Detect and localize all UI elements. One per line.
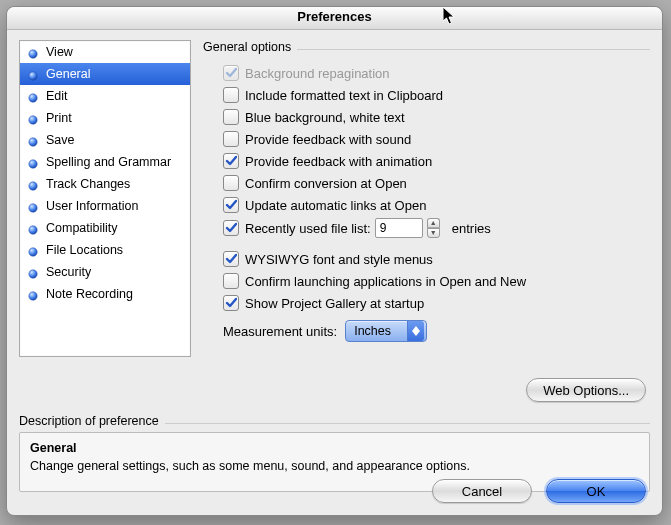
sidebar-item-label: File Locations	[46, 243, 123, 257]
section-title: General options	[203, 40, 297, 54]
sidebar-bullet-icon	[28, 289, 38, 299]
sidebar-item-note-recording[interactable]: Note Recording	[20, 283, 190, 305]
sidebar-item-edit[interactable]: Edit	[20, 85, 190, 107]
sidebar-item-print[interactable]: Print	[20, 107, 190, 129]
option-label: Include formatted text in Clipboard	[245, 88, 443, 103]
measurement-units-value: Inches	[354, 324, 391, 338]
web-options-button[interactable]: Web Options...	[526, 378, 646, 402]
sidebar-item-track-changes[interactable]: Track Changes	[20, 173, 190, 195]
option-blue-background-white-text: Blue background, white text	[223, 108, 650, 126]
svg-point-3	[29, 116, 37, 124]
sidebar-bullet-icon	[28, 47, 38, 57]
sidebar-bullet-icon	[28, 267, 38, 277]
description-header: Description of preference	[19, 414, 650, 428]
option-provide-feedback-with-animation: Provide feedback with animation	[223, 152, 650, 170]
confirm-launching-applications-in-open-and-new-checkbox[interactable]	[223, 273, 239, 289]
sidebar-item-label: Spelling and Grammar	[46, 155, 171, 169]
general-options-pane: General options Background repagination …	[203, 40, 650, 402]
svg-point-2	[29, 94, 37, 102]
svg-point-4	[29, 138, 37, 146]
option-label: Background repagination	[245, 66, 390, 81]
include-formatted-text-in-clipboard-checkbox[interactable]	[223, 87, 239, 103]
dialog-footer: Cancel OK	[432, 479, 646, 503]
sidebar-bullet-icon	[28, 201, 38, 211]
update-automatic-links-at-open-checkbox[interactable]	[223, 197, 239, 213]
svg-point-6	[29, 182, 37, 190]
section-header: General options	[203, 40, 650, 54]
svg-point-9	[29, 248, 37, 256]
svg-point-8	[29, 226, 37, 234]
sidebar-item-label: Note Recording	[46, 287, 133, 301]
stepper-up-icon[interactable]: ▲	[427, 218, 440, 228]
option-recently-used-file-list: Recently used file list:▲ ▼entries	[223, 218, 650, 238]
sidebar-item-label: Compatibility	[46, 221, 118, 235]
sidebar-item-label: Print	[46, 111, 72, 125]
window-title: Preferences	[7, 7, 662, 30]
provide-feedback-with-sound-checkbox[interactable]	[223, 131, 239, 147]
option-confirm-conversion-at-open: Confirm conversion at Open	[223, 174, 650, 192]
option-label: WYSIWYG font and style menus	[245, 252, 433, 267]
option-label: Blue background, white text	[245, 110, 405, 125]
option-include-formatted-text-in-clipboard: Include formatted text in Clipboard	[223, 86, 650, 104]
option-confirm-launching-applications-in-open-and-new: Confirm launching applications in Open a…	[223, 272, 650, 290]
sidebar-item-security[interactable]: Security	[20, 261, 190, 283]
sidebar-item-general[interactable]: General	[20, 63, 190, 85]
confirm-conversion-at-open-checkbox[interactable]	[223, 175, 239, 191]
sidebar-item-save[interactable]: Save	[20, 129, 190, 151]
category-sidebar: View General Edit Print Save	[19, 40, 191, 357]
option-wysiwyg-font-and-style-menus: WYSIWYG font and style menus	[223, 250, 650, 268]
stepper-down-icon[interactable]: ▼	[427, 228, 440, 238]
ok-button[interactable]: OK	[546, 479, 646, 503]
measurement-units-select[interactable]: Inches	[345, 320, 427, 342]
sidebar-item-label: Edit	[46, 89, 68, 103]
provide-feedback-with-animation-checkbox[interactable]	[223, 153, 239, 169]
option-label: Confirm launching applications in Open a…	[245, 274, 526, 289]
description-text: Change general settings, such as some me…	[30, 459, 639, 473]
svg-point-1	[29, 72, 37, 80]
recently-used-file-list-checkbox[interactable]	[223, 220, 239, 236]
sidebar-item-label: View	[46, 45, 73, 59]
sidebar-bullet-icon	[28, 157, 38, 167]
sidebar-bullet-icon	[28, 223, 38, 233]
sidebar-bullet-icon	[28, 179, 38, 189]
blue-background-white-text-checkbox[interactable]	[223, 109, 239, 125]
svg-point-11	[29, 292, 37, 300]
sidebar-item-label: General	[46, 67, 90, 81]
cancel-button[interactable]: Cancel	[432, 479, 532, 503]
sidebar-item-label: User Information	[46, 199, 138, 213]
sidebar-item-file-locations[interactable]: File Locations	[20, 239, 190, 261]
sidebar-item-view[interactable]: View	[20, 41, 190, 63]
sidebar-item-compatibility[interactable]: Compatibility	[20, 217, 190, 239]
option-label: Provide feedback with animation	[245, 154, 432, 169]
preferences-window: Preferences View General Edit	[6, 6, 663, 516]
recent-files-stepper[interactable]: ▲ ▼	[427, 218, 440, 238]
sidebar-item-label: Save	[46, 133, 75, 147]
sidebar-bullet-icon	[28, 245, 38, 255]
svg-point-7	[29, 204, 37, 212]
show-project-gallery-at-startup-checkbox[interactable]	[223, 295, 239, 311]
description-header-label: Description of preference	[19, 414, 165, 428]
sidebar-bullet-icon	[28, 91, 38, 101]
sidebar-item-user-information[interactable]: User Information	[20, 195, 190, 217]
recent-files-count-input[interactable]	[375, 218, 423, 238]
measurement-units-label: Measurement units:	[223, 324, 337, 339]
sidebar-item-label: Security	[46, 265, 91, 279]
sidebar-item-spelling-and-grammar[interactable]: Spelling and Grammar	[20, 151, 190, 173]
select-arrows-icon	[407, 321, 424, 341]
option-background-repagination: Background repagination	[223, 64, 650, 82]
measurement-units-row: Measurement units:Inches	[223, 320, 650, 342]
sidebar-bullet-icon	[28, 135, 38, 145]
svg-point-5	[29, 160, 37, 168]
option-label: Show Project Gallery at startup	[245, 296, 424, 311]
options-group: Background repagination Include formatte…	[203, 64, 650, 342]
background-repagination-checkbox	[223, 65, 239, 81]
sidebar-bullet-icon	[28, 113, 38, 123]
svg-point-0	[29, 50, 37, 58]
sidebar-item-label: Track Changes	[46, 177, 130, 191]
option-update-automatic-links-at-open: Update automatic links at Open	[223, 196, 650, 214]
recent-files-suffix: entries	[452, 221, 491, 236]
option-label: Provide feedback with sound	[245, 132, 411, 147]
wysiwyg-font-and-style-menus-checkbox[interactable]	[223, 251, 239, 267]
option-show-project-gallery-at-startup: Show Project Gallery at startup	[223, 294, 650, 312]
sidebar-bullet-icon	[28, 69, 38, 79]
